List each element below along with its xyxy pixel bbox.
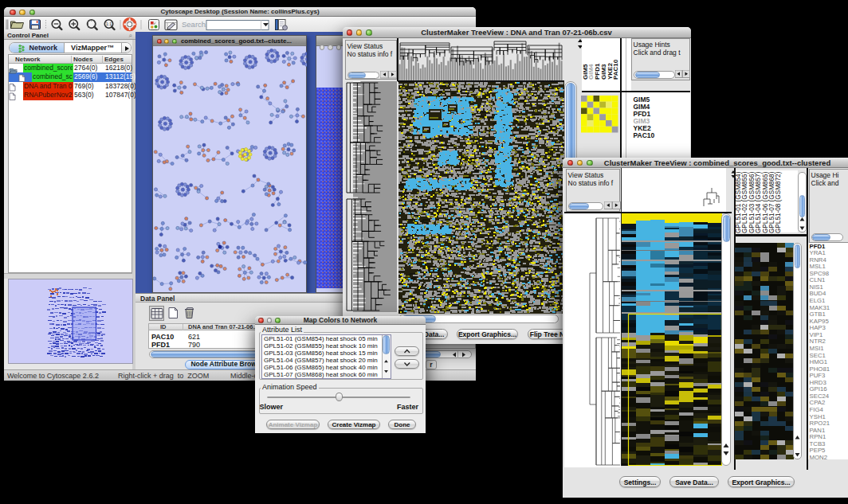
- svg-text:PAC10: PAC10: [612, 59, 619, 80]
- svg-text:GPL51-08 (GSM872): GPL51-08 (GSM872): [775, 171, 782, 233]
- svg-text:Search:: Search:: [182, 20, 208, 29]
